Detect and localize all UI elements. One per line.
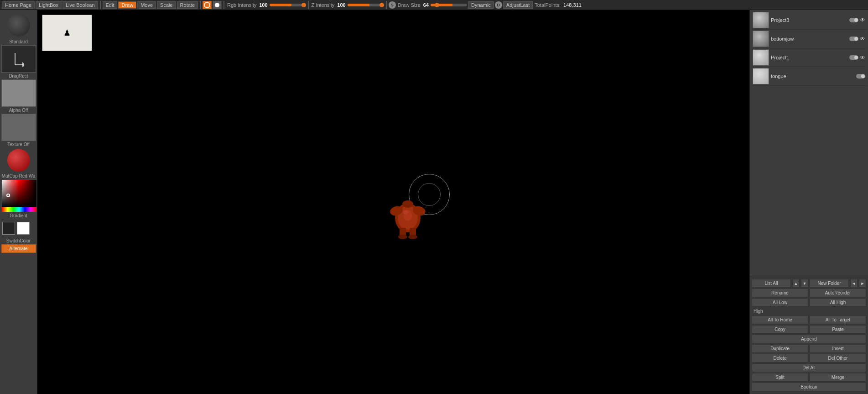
rotate-button[interactable]: Rotate (177, 1, 198, 9)
rgb-intensity-label: Rgb Intensity (227, 2, 256, 8)
del-other-button[interactable]: Del Other (810, 354, 866, 362)
subtool-toggle-bottomjaw[interactable] (849, 37, 858, 41)
move-button[interactable]: Move (137, 1, 156, 9)
subtools-panel: Project3 👁 bottomjaw 👁 Project1 👁 (749, 10, 868, 394)
switch-color-label: SwitchColor (6, 238, 31, 243)
switch-color-area (1, 219, 36, 237)
all-to-home-button[interactable]: All To Home (752, 315, 808, 324)
svg-marker-4 (22, 62, 24, 67)
list-all-button[interactable]: List All (752, 279, 791, 288)
draw-size-slider[interactable] (431, 4, 467, 6)
svg-point-51 (398, 235, 407, 239)
subtool-eye-project3[interactable]: 👁 (860, 17, 865, 23)
list-all-arrow-up[interactable]: ▲ (792, 279, 800, 288)
new-folder-button[interactable]: New Folder (810, 279, 849, 288)
subtool-name-tongue: tongue (771, 74, 854, 79)
subtool-toggle-project3[interactable] (849, 18, 858, 22)
append-button[interactable]: Append (752, 335, 866, 343)
rgb-intensity-slider[interactable] (270, 4, 306, 6)
subtool-name-project3: Project3 (771, 17, 847, 23)
subtool-toggle-project1[interactable] (849, 55, 858, 60)
action-row-high: High (752, 308, 866, 315)
copy-button[interactable]: Copy (752, 325, 808, 334)
action-row-2: Rename AutoReorder (752, 289, 866, 297)
action-row-6: Append (752, 335, 866, 343)
brush-icon[interactable] (203, 1, 212, 9)
z-intensity-value: 100 (337, 2, 345, 8)
color-cursor (6, 194, 10, 197)
alpha-circle-icon[interactable] (213, 1, 222, 9)
scale-button[interactable]: Scale (157, 1, 176, 9)
model-view[interactable] (37, 10, 749, 394)
color-swatch-white[interactable] (17, 222, 30, 235)
subtool-item-bottomjaw[interactable]: bottomjaw 👁 (751, 30, 867, 48)
action-row-4: All To Home All To Target (752, 315, 866, 324)
standard-label: Standard (9, 39, 28, 44)
new-folder-arrow-left[interactable]: ◄ (850, 279, 858, 288)
3d-model-svg (380, 177, 435, 241)
action-row-3: All Low All High (752, 298, 866, 307)
alpha-preview[interactable] (1, 79, 36, 107)
split-button[interactable]: Split (752, 373, 808, 382)
subtool-thumb-project1 (753, 49, 769, 66)
color-hue-strip[interactable] (2, 207, 36, 212)
drag-rect-preview[interactable] (1, 45, 36, 73)
paste-button[interactable]: Paste (810, 325, 866, 334)
d-icon[interactable]: D (495, 1, 502, 9)
z-intensity-slider[interactable] (348, 4, 384, 6)
subtools-list: Project3 👁 bottomjaw 👁 Project1 👁 (750, 10, 868, 277)
color-gradient[interactable] (2, 180, 36, 207)
action-row-5: Copy Paste (752, 325, 866, 334)
color-picker[interactable] (1, 179, 36, 212)
new-folder-arrow-right[interactable]: ► (859, 279, 866, 288)
all-low-button[interactable]: All Low (752, 298, 808, 307)
rgb-intensity-value: 100 (259, 2, 267, 8)
matcap-preview[interactable] (7, 149, 30, 172)
subtool-eye-project1[interactable]: 👁 (860, 54, 865, 61)
separator-1 (100, 1, 101, 9)
merge-button[interactable]: Merge (810, 373, 866, 382)
subtool-item-project3[interactable]: Project3 👁 (751, 11, 867, 30)
subtool-name-bottomjaw: bottomjaw (771, 36, 847, 42)
texture-preview[interactable] (1, 114, 36, 141)
edit-button[interactable]: Edit (103, 1, 118, 9)
subtool-eye-bottomjaw[interactable]: 👁 (860, 36, 865, 42)
total-points-label: TotalPoints: (535, 2, 561, 8)
subtool-controls-project1: 👁 (849, 54, 865, 61)
subtool-controls-bottomjaw: 👁 (849, 36, 865, 42)
all-to-target-button[interactable]: All To Target (810, 315, 866, 324)
list-all-arrow-down[interactable]: ▼ (801, 279, 808, 288)
s-icon[interactable]: S (389, 1, 396, 9)
texture-off-label: Texture Off (7, 142, 30, 147)
lightbox-button[interactable]: LightBox (36, 1, 62, 9)
draw-button[interactable]: Draw (118, 1, 136, 9)
auto-reorder-button[interactable]: AutoReorder (810, 289, 866, 297)
del-all-button[interactable]: Del All (752, 363, 866, 372)
adjust-last-button[interactable]: AdjustLast (503, 1, 533, 9)
duplicate-button[interactable]: Duplicate (752, 344, 808, 353)
subtool-item-project1[interactable]: Project1 👁 (751, 48, 867, 67)
color-swatch-black[interactable] (2, 222, 15, 235)
z-intensity-label: Z Intensity (312, 2, 335, 8)
delete-button[interactable]: Delete (752, 354, 808, 362)
svg-point-48 (402, 200, 413, 208)
left-panel: Standard DragRect Alpha Off Texture Off … (0, 10, 37, 394)
subtool-toggle-tongue[interactable] (856, 74, 865, 79)
boolean-button[interactable]: Boolean (752, 383, 866, 391)
rename-button[interactable]: Rename (752, 289, 808, 297)
dynamic-button[interactable]: Dynamic (468, 1, 494, 9)
live-boolean-button[interactable]: Live Boolean (62, 1, 98, 9)
all-high-button[interactable]: All High (810, 298, 866, 307)
canvas-area[interactable]: ♟ (37, 10, 749, 394)
action-row-11: Boolean (752, 383, 866, 391)
draw-size-label: Draw Size (398, 2, 421, 8)
alternate-button[interactable]: Alternate (1, 244, 36, 253)
insert-button[interactable]: Insert (810, 344, 866, 353)
separator-5 (386, 1, 387, 9)
subtool-item-tongue[interactable]: tongue (751, 67, 867, 86)
separator-2 (200, 1, 201, 9)
alpha-off-label: Alpha Off (9, 108, 28, 113)
subtool-controls-project3: 👁 (849, 17, 865, 23)
total-points-value: 148,311 (563, 2, 582, 8)
home-page-button[interactable]: Home Page (2, 1, 35, 9)
